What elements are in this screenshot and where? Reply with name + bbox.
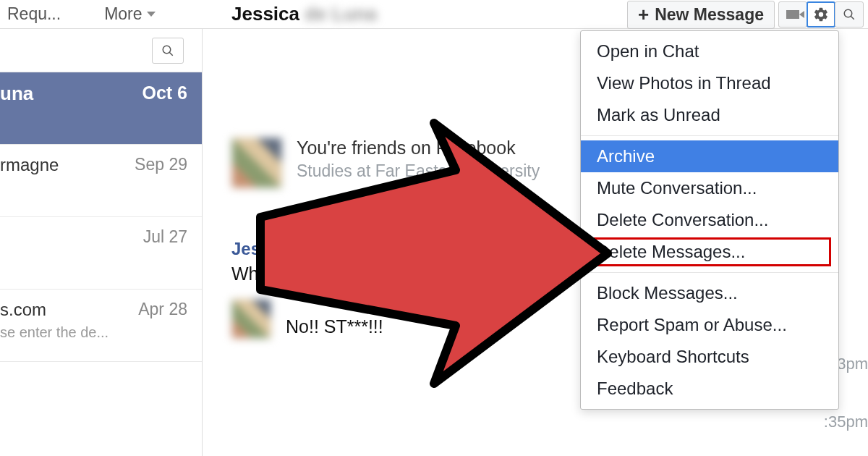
conversation-preview: se enter the de... [0, 324, 109, 341]
message-body: No!! ST***!!! [286, 316, 383, 337]
tab-more-label: More [104, 4, 142, 24]
menu-mark-unread[interactable]: Mark as Unread [581, 99, 838, 131]
conversation-item[interactable]: una Oct 6 [0, 72, 202, 145]
search-icon [161, 44, 174, 57]
tab-more[interactable]: More [104, 4, 155, 24]
new-message-button[interactable]: + New Message [627, 1, 775, 29]
menu-keyboard-shortcuts[interactable]: Keyboard Shortcuts [581, 341, 838, 373]
conversation-name: s.com [0, 300, 109, 320]
menu-mute-conversation[interactable]: Mute Conversation... [581, 172, 838, 204]
top-bar: Requ... More Jessica de Luna + New Messa… [0, 0, 868, 29]
actions-dropdown: Open in Chat View Photos in Thread Mark … [580, 30, 839, 410]
search-icon [843, 8, 856, 21]
conversation-name: una [0, 83, 33, 105]
svg-point-2 [163, 46, 171, 54]
sidebar: una Oct 6 rmagne Sep 29 Jul 27 s.com se … [0, 29, 203, 456]
thread-name-hidden: de Luna [305, 3, 377, 25]
thread-title: Jessica de Luna [231, 3, 377, 25]
sidebar-search-input[interactable] [152, 38, 184, 64]
settings-gear-button[interactable] [807, 1, 835, 28]
message-text: No!! ST***!!! [286, 299, 383, 337]
svg-point-0 [844, 9, 852, 17]
tab-requests[interactable]: Requ... [7, 4, 61, 24]
conversation-left: s.com se enter the de... [0, 300, 109, 341]
avatar [231, 138, 282, 188]
search-button[interactable] [835, 1, 864, 28]
friendship-text: You're friends on Facebook Studies at Fa… [297, 138, 540, 188]
menu-open-in-chat[interactable]: Open in Chat [581, 35, 838, 67]
top-right-actions: + New Message [627, 0, 864, 29]
friendship-subline: Studies at Far Eastern University [297, 161, 540, 181]
sidebar-search-row [0, 29, 202, 72]
conversation-date: Sep 29 [135, 155, 187, 174]
conversation-name: rmagne [0, 155, 59, 175]
menu-delete-conversation[interactable]: Delete Conversation... [581, 204, 838, 236]
gear-icon [813, 7, 829, 22]
menu-report-spam[interactable]: Report Spam or Abuse... [581, 309, 838, 341]
menu-view-photos[interactable]: View Photos in Thread [581, 67, 838, 99]
svg-line-3 [169, 52, 173, 56]
conversation-item[interactable]: rmagne Sep 29 [0, 145, 202, 217]
conversation-date: Apr 28 [138, 300, 187, 319]
menu-feedback[interactable]: Feedback [581, 373, 838, 405]
plus-icon: + [638, 5, 649, 24]
video-call-button[interactable] [778, 1, 807, 28]
video-icon [786, 10, 799, 19]
top-left-tabs: Requ... More [0, 4, 203, 24]
conversation-item[interactable]: s.com se enter the de... Apr 28 [0, 290, 202, 362]
conversation-date: Oct 6 [142, 83, 187, 104]
menu-archive[interactable]: Archive [581, 140, 838, 172]
svg-line-1 [851, 16, 854, 20]
friendship-line: You're friends on Facebook [297, 138, 540, 159]
caret-down-icon [147, 12, 156, 17]
menu-separator [581, 135, 838, 136]
new-message-label: New Message [655, 5, 764, 25]
menu-delete-messages[interactable]: Delete Messages... [581, 236, 838, 268]
menu-separator [581, 272, 838, 273]
conversation-date: Jul 27 [143, 227, 187, 247]
avatar [231, 299, 271, 339]
menu-block-messages[interactable]: Block Messages... [581, 277, 838, 309]
conversation-item[interactable]: Jul 27 [0, 217, 202, 290]
timestamp: :35pm [824, 413, 868, 431]
thread-name: Jessica [231, 3, 299, 25]
